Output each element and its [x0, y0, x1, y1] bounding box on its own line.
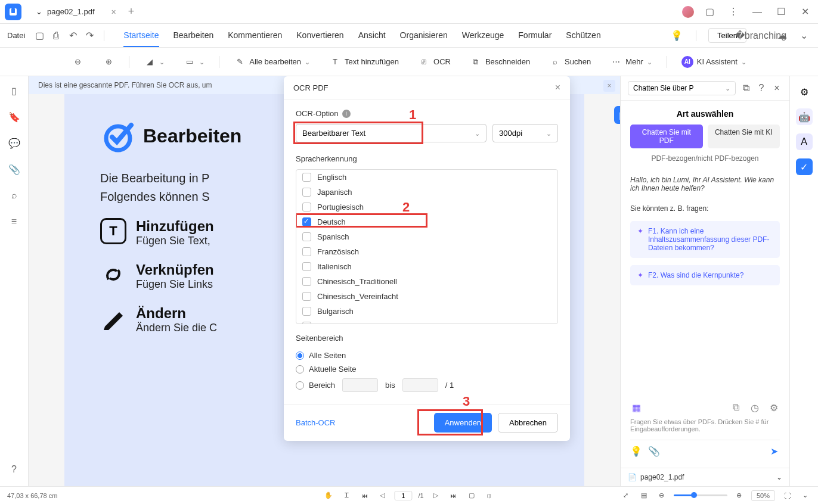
checkbox-checked-icon[interactable]	[302, 217, 311, 226]
add-text-button[interactable]: TText hinzufügen	[324, 54, 404, 70]
highlight-tool[interactable]: ◢	[139, 54, 169, 70]
ai-help-icon[interactable]: ?	[756, 83, 767, 94]
select-tool-icon[interactable]: Ꮖ	[340, 490, 352, 502]
last-page-icon[interactable]: ⏭	[448, 490, 460, 502]
continuous-icon[interactable]: ⎅	[484, 490, 495, 502]
menu-dots-icon[interactable]: ⋮	[725, 4, 742, 20]
shape-tool[interactable]: ▭	[179, 54, 209, 70]
attachment-icon[interactable]: 📎	[7, 162, 21, 176]
fullscreen-icon[interactable]: ⛶	[781, 490, 793, 502]
ai-doc-icon[interactable]: ▦	[630, 402, 642, 413]
zoom-slider[interactable]	[674, 494, 727, 496]
cloud-icon[interactable]: ☁	[775, 29, 789, 43]
tab-konvertieren[interactable]: Konvertieren	[296, 24, 343, 47]
edit-all-button[interactable]: ✎Alle bearbeiten	[229, 54, 315, 70]
tab-organisieren[interactable]: Organisieren	[400, 24, 448, 47]
zoom-value[interactable]: 50%	[751, 490, 775, 501]
sr-robot-icon[interactable]: 🤖	[796, 108, 813, 125]
dialog-close-button[interactable]: ×	[555, 82, 560, 93]
ai-copy-icon[interactable]: ⧉	[730, 402, 742, 413]
search-side-icon[interactable]: ⌕	[7, 188, 21, 203]
ai-settings-icon[interactable]: ⚙	[768, 402, 780, 413]
ocr-button[interactable]: ⎚OCR	[413, 54, 456, 70]
dpi-select[interactable]: 300dpi	[492, 124, 558, 142]
cancel-button[interactable]: Abbrechen	[498, 413, 558, 433]
radio-all-pages[interactable]: Alle Seiten	[296, 349, 558, 362]
language-list[interactable]: Englisch Japanisch Portugiesisch Deutsch…	[296, 169, 558, 324]
zoom-out-status[interactable]: ⊖	[656, 490, 668, 502]
ai-suggestion-2[interactable]: ✦F2. Was sind die Kernpunkte?	[630, 265, 780, 285]
share-icon[interactable]: �branching	[754, 29, 768, 43]
ai-close-icon[interactable]: ×	[771, 83, 782, 94]
close-button[interactable]: ✕	[797, 4, 813, 20]
ai-send-button[interactable]: ➤	[768, 445, 780, 457]
first-page-icon[interactable]: ⏮	[358, 490, 370, 502]
lang-item-deutsch[interactable]: Deutsch	[296, 214, 557, 229]
chevron-down-icon[interactable]: ⌄	[776, 473, 782, 481]
undo-icon[interactable]: ↶	[66, 29, 80, 43]
lang-item-italienisch[interactable]: Italienisch	[296, 259, 557, 274]
ai-clip-icon[interactable]: 📎	[648, 445, 660, 457]
lang-item-katalanisch[interactable]: Katalanisch	[296, 319, 557, 324]
chevron-down-icon[interactable]: ⌄	[797, 29, 811, 43]
prev-page-icon[interactable]: ◁	[376, 490, 388, 502]
zoom-out-button[interactable]: ⊖	[67, 54, 88, 70]
page-input[interactable]	[394, 491, 412, 500]
crop-button[interactable]: ⧉Beschneiden	[465, 54, 535, 70]
tab-startseite[interactable]: Startseite	[123, 24, 159, 47]
ai-bulb-icon[interactable]: 💡	[630, 445, 642, 457]
radio-range[interactable]: Bereichbis/ 1	[296, 376, 558, 394]
bulb-icon[interactable]: 💡	[670, 29, 684, 43]
lang-item-chin-simp[interactable]: Chinesisch_Vereinfacht	[296, 289, 557, 304]
page-icon[interactable]: ▯	[7, 83, 21, 98]
lang-item-bulgarisch[interactable]: Bulgarisch	[296, 304, 557, 319]
doc-float-icon[interactable]: ▦	[614, 106, 620, 124]
sr-check-icon[interactable]: ✓	[796, 158, 813, 175]
search-button[interactable]: ⌕Suchen	[544, 54, 596, 70]
tab-werkzeuge[interactable]: Werkzeuge	[462, 24, 504, 47]
apply-button[interactable]: Anwenden	[434, 413, 492, 433]
ai-file-row[interactable]: 📄 page02_1.pdf ⌄	[621, 468, 789, 486]
ai-suggestion-1[interactable]: ✦F1. Kann ich eine Inhaltszusammenfassun…	[630, 221, 780, 258]
open-icon[interactable]: ▢	[32, 29, 47, 43]
ai-tab-pdf[interactable]: Chatten Sie mit PDF	[630, 125, 703, 148]
zoom-in-status[interactable]: ⊕	[733, 490, 745, 502]
tab-add-button[interactable]: +	[128, 5, 135, 18]
ai-assistent-button[interactable]: AIKI Assistent	[677, 54, 751, 70]
help-icon[interactable]: ?	[7, 462, 21, 477]
more-button[interactable]: ⋯Mehr	[605, 54, 657, 70]
user-avatar[interactable]	[682, 6, 694, 18]
sr-translate-icon[interactable]: A	[796, 133, 813, 150]
view-mode-icon[interactable]: ▢	[466, 490, 478, 502]
ocr-option-select[interactable]: Bearbeitbarer Text	[296, 124, 487, 142]
batch-ocr-link[interactable]: Batch-OCR	[296, 418, 335, 427]
window-icon[interactable]: ▢	[701, 4, 718, 20]
radio-selected-icon[interactable]	[296, 351, 304, 360]
document-tab[interactable]: ⌄ page02_1.pdf ×	[29, 4, 123, 20]
ai-expand-icon[interactable]: ⧉	[740, 83, 751, 94]
lang-item-franzoesisch[interactable]: Französisch	[296, 244, 557, 259]
sr-sliders-icon[interactable]: ⚙	[796, 83, 813, 100]
maximize-button[interactable]: ☐	[773, 4, 789, 20]
zoom-in-button[interactable]: ⊕	[98, 54, 119, 70]
lang-item-japanisch[interactable]: Japanisch	[296, 185, 557, 200]
fit-width-icon[interactable]: ⤢	[620, 490, 632, 502]
status-chevron-icon[interactable]: ⌄	[799, 490, 811, 502]
lang-item-chin-trad[interactable]: Chinesisch_Traditionell	[296, 274, 557, 289]
print-icon[interactable]: ⎙	[49, 29, 63, 43]
lang-item-spanisch[interactable]: Spanisch	[296, 229, 557, 244]
radio-current-page[interactable]: Aktuelle Seite	[296, 362, 558, 376]
ai-chat-select[interactable]: Chatten Sie über P	[628, 81, 736, 95]
tab-bearbeiten[interactable]: Bearbeiten	[173, 24, 214, 47]
redo-icon[interactable]: ↷	[82, 29, 97, 43]
lang-item-portugiesisch[interactable]: Portugiesisch	[296, 200, 557, 214]
banner-close-button[interactable]: ×	[603, 80, 615, 92]
next-page-icon[interactable]: ▷	[430, 490, 442, 502]
bookmark-icon[interactable]: 🔖	[7, 110, 21, 124]
ai-tab-ki[interactable]: Chatten Sie mit KI	[708, 125, 780, 148]
lang-item-englisch[interactable]: Englisch	[296, 170, 557, 185]
comment-icon[interactable]: 💬	[7, 136, 21, 150]
range-to-input[interactable]	[402, 378, 438, 392]
file-menu[interactable]: Datei	[7, 31, 25, 40]
tab-ansicht[interactable]: Ansicht	[358, 24, 386, 47]
